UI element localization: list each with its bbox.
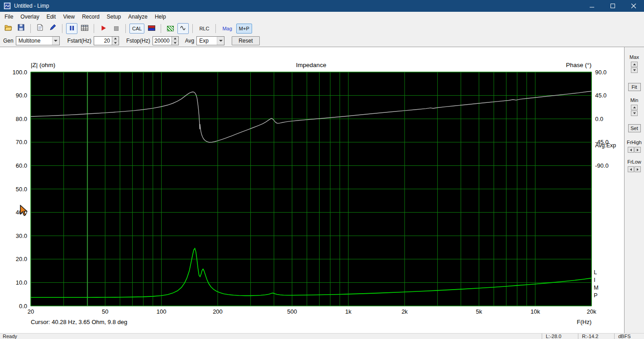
menu-edit[interactable]: Edit: [43, 12, 60, 21]
pause-icon: [69, 24, 75, 33]
open-button[interactable]: [3, 23, 14, 34]
menu-help[interactable]: Help: [151, 12, 170, 21]
chart-text: 100: [157, 308, 167, 315]
stop-icon: [114, 26, 119, 31]
status-text: Ready: [0, 334, 542, 339]
level-flag-button[interactable]: [146, 23, 157, 34]
toolbar: CAL RLC Mag M+P: [0, 22, 644, 35]
window-title: Untitled - Limp: [14, 3, 49, 9]
chart-text: 20k: [587, 308, 596, 315]
maximize-button[interactable]: [602, 0, 623, 12]
save-button[interactable]: [15, 23, 27, 34]
reset-button[interactable]: Reset: [232, 36, 259, 45]
menu-analyze[interactable]: Analyze: [124, 12, 151, 21]
toolbar-separator: [94, 24, 94, 33]
status-bar: Ready L:-28.0 R:-14.2 dBFS: [0, 333, 644, 339]
chart-text: 0.0: [595, 116, 603, 122]
min-up-button[interactable]: [631, 105, 638, 110]
chart-text: 40.0: [16, 209, 27, 216]
menu-bar: File Overlay Edit View Record Setup Anal…: [0, 12, 644, 22]
main-area: 0.010.020.030.040.050.060.070.080.090.01…: [0, 47, 644, 333]
fit-button[interactable]: Fit: [628, 83, 641, 91]
toolbar-separator: [192, 24, 193, 33]
spin-down-icon[interactable]: [112, 41, 119, 45]
rlc-button[interactable]: RLC: [196, 24, 212, 34]
frlow-left-button[interactable]: [628, 166, 634, 172]
chart-text: 50.0: [16, 186, 27, 193]
spin-up-icon[interactable]: [172, 37, 178, 41]
chart-scale-panel: Max Fit Min Set FrHigh FrLow: [624, 47, 644, 333]
frhigh-right-button[interactable]: [634, 147, 641, 153]
chart-text: Avg:Exp: [595, 142, 616, 149]
frhigh-label: FrHigh: [627, 140, 642, 145]
chart-text: |Z| (ohm): [31, 62, 55, 68]
fstop-value: 20000: [153, 37, 172, 45]
toolbar-separator: [30, 24, 31, 33]
chart-text: 500: [287, 308, 297, 315]
chart-text: 2k: [401, 308, 408, 315]
fstop-spinner[interactable]: [172, 37, 178, 45]
frlow-arrows: [628, 166, 641, 172]
menu-overlay[interactable]: Overlay: [17, 12, 43, 21]
menu-file[interactable]: File: [1, 12, 17, 21]
copy-button[interactable]: [34, 23, 46, 34]
chart-text: 0.0: [19, 303, 27, 310]
window-controls: [582, 0, 644, 12]
chart-text: 100.0: [12, 69, 27, 76]
min-down-button[interactable]: [631, 111, 638, 116]
sine-button[interactable]: [177, 23, 189, 34]
stop-button[interactable]: [110, 23, 122, 34]
frlow-label: FrLow: [627, 159, 641, 165]
chart-text: M: [594, 285, 598, 291]
impedance-chart[interactable]: 0.010.020.030.040.050.060.070.080.090.01…: [0, 47, 624, 333]
avg-value: Exp: [199, 38, 209, 44]
generator-type-select[interactable]: Multitone: [16, 36, 60, 45]
close-button[interactable]: [623, 0, 644, 12]
table-button[interactable]: [79, 23, 90, 34]
gen-label: Gen: [3, 38, 14, 44]
max-spinner: [631, 62, 638, 73]
copy-page-icon: [37, 24, 43, 33]
max-down-button[interactable]: [631, 68, 638, 73]
fstart-spinner[interactable]: [112, 37, 119, 45]
chart-text: 20.0: [16, 256, 27, 262]
chart-text: 60.0: [16, 162, 27, 169]
mag-phase-button[interactable]: M+P: [236, 24, 252, 34]
spin-up-icon[interactable]: [112, 37, 119, 41]
max-up-button[interactable]: [631, 62, 638, 67]
status-right-level: R:-14.2: [578, 334, 614, 339]
spin-down-icon[interactable]: [172, 41, 178, 45]
menu-setup[interactable]: Setup: [103, 12, 124, 21]
frhigh-left-button[interactable]: [628, 147, 634, 153]
chart-text: 5k: [476, 308, 482, 315]
set-button[interactable]: Set: [628, 124, 641, 132]
menu-record[interactable]: Record: [78, 12, 103, 21]
chart-text: 45.0: [595, 92, 606, 99]
fstart-value: 20: [94, 37, 112, 45]
minimize-button[interactable]: [582, 0, 602, 12]
chart-text: P: [594, 292, 597, 299]
record-button[interactable]: [98, 23, 109, 34]
pause-button[interactable]: [66, 23, 77, 34]
frlow-right-button[interactable]: [634, 166, 641, 172]
status-units: dBFS: [614, 334, 644, 339]
avg-label: Avg: [185, 38, 194, 44]
chart-text: I: [594, 277, 595, 283]
generator-button[interactable]: [165, 23, 176, 34]
mag-button[interactable]: Mag: [219, 24, 234, 34]
chart-text: Impedance: [296, 62, 326, 68]
menu-view[interactable]: View: [59, 12, 78, 21]
chart-text: -90.0: [595, 162, 609, 169]
chart-text: Cursor: 40.28 Hz, 3.65 Ohm, 9.8 deg: [31, 319, 127, 325]
app-icon: [4, 2, 11, 10]
cal-button[interactable]: CAL: [129, 24, 144, 34]
chart-text: 10.0: [16, 279, 27, 286]
fstop-input[interactable]: 20000: [153, 36, 179, 45]
save-floppy-icon: [18, 24, 24, 33]
fstart-input[interactable]: 20: [94, 36, 119, 45]
avg-select[interactable]: Exp: [196, 36, 224, 45]
min-spinner: [631, 105, 638, 116]
chart-text: F(Hz): [577, 319, 592, 325]
pen-button[interactable]: [47, 23, 58, 34]
app-window: Untitled - Limp File Overlay Edit View R…: [0, 0, 644, 339]
